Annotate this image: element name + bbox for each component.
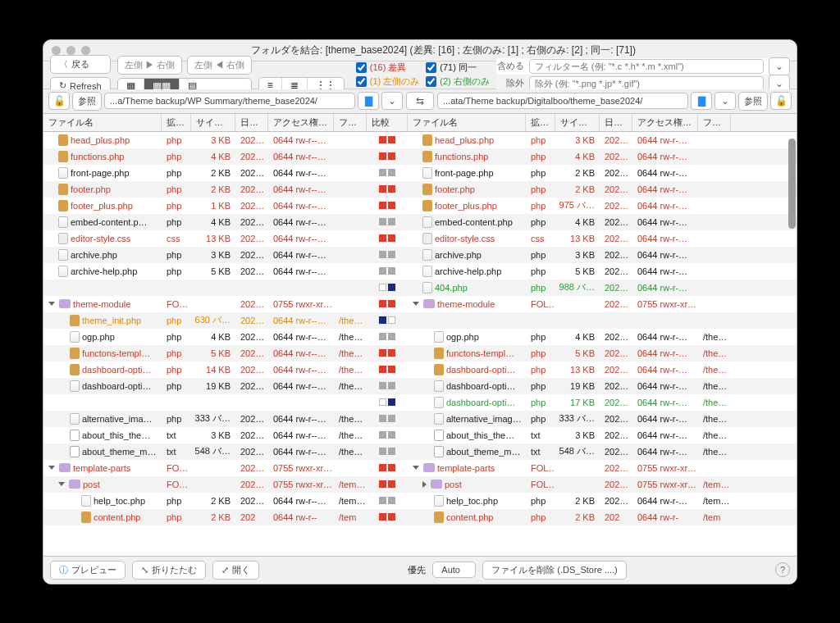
collapse-button[interactable]: ⤡折りたたむ	[132, 561, 206, 580]
path-right-dropdown[interactable]: ⌄	[714, 92, 736, 110]
file-name[interactable]: head_plus.php	[408, 134, 526, 146]
file-name[interactable]: head_plus.php	[43, 134, 162, 146]
file-name[interactable]: theme_init.php	[43, 315, 162, 326]
filter-include-input[interactable]	[529, 59, 764, 74]
file-name[interactable]: 404.php	[408, 282, 526, 293]
lock-left-icon[interactable]: 🔓	[48, 92, 70, 110]
help-button[interactable]: ?	[775, 562, 790, 577]
header-folder-right[interactable]: フォ…	[698, 114, 731, 131]
table-row[interactable]: postFO…202…0755 rwxr-xr…/tem…postFOL…202…	[43, 476, 797, 493]
table-row[interactable]: 404.phpphp988 バ…202…0644 rw-r-…	[43, 280, 797, 296]
header-perm-left[interactable]: アクセス権(左側)	[268, 114, 334, 131]
file-name[interactable]: content.php	[43, 512, 162, 523]
file-name[interactable]: functons-templ…	[408, 348, 526, 359]
file-name[interactable]: archive-help.php	[43, 266, 162, 277]
preview-button[interactable]: ⓘプレビュー	[50, 561, 126, 580]
file-name[interactable]: dashboard-opti…	[43, 380, 162, 392]
table-row[interactable]: dashboard-opti…php14 KB202…0644 rw-r--…/…	[43, 362, 797, 378]
check-right-only[interactable]: (2) 右側のみ	[426, 75, 490, 88]
header-date-left[interactable]: 日付(…	[235, 114, 268, 131]
table-row[interactable]: about_theme_m…txt548 バ…202…0644 rw-r--…/…	[43, 443, 797, 460]
copy-rl-button[interactable]: 左側 ◀ 右側	[187, 56, 252, 75]
table-row[interactable]: footer_plus.phpphp1 KB202…0644 rw-r--…fo…	[43, 198, 797, 214]
file-name[interactable]: archive.php	[43, 249, 162, 261]
window-zoom[interactable]	[81, 46, 90, 55]
priority-select[interactable]: Auto	[432, 562, 476, 578]
table-row[interactable]: help_toc.phpphp2 KB202…0644 rw-r--…/tem……	[43, 493, 797, 509]
file-name[interactable]: post	[43, 480, 162, 489]
file-name[interactable]: functions.php	[408, 151, 526, 162]
check-diff[interactable]: (16) 差異	[356, 61, 420, 74]
folder-left-icon[interactable]: ▇	[358, 92, 379, 110]
file-name[interactable]: ogp.php	[408, 331, 526, 343]
table-row[interactable]: head_plus.phpphp3 KB202…0644 rw-r--…head…	[43, 132, 797, 148]
file-name[interactable]: about_theme_m…	[408, 446, 526, 457]
table-row[interactable]: ogp.phpphp4 KB202…0644 rw-r--…/the…ogp.p…	[43, 329, 797, 345]
file-name[interactable]: theme-module	[408, 299, 526, 309]
header-folder-left[interactable]: フォ…	[334, 114, 367, 131]
file-name[interactable]: content.php	[408, 512, 526, 523]
header-compare[interactable]: 比較	[367, 114, 408, 131]
file-name[interactable]: dashboard-opti…	[43, 364, 162, 375]
file-name[interactable]: embed-content.php	[408, 216, 526, 228]
file-name[interactable]: template-parts	[408, 463, 526, 473]
path-left-input[interactable]	[104, 93, 355, 109]
file-name[interactable]: theme-module	[43, 299, 162, 309]
table-row[interactable]: dashboard-opti…php17 KB202…0644 rw-r-…/t…	[43, 394, 797, 411]
file-name[interactable]: alternative_ima…	[43, 413, 162, 425]
file-name[interactable]: embed-content.p…	[43, 216, 162, 228]
file-name[interactable]: alternative_imag…	[408, 413, 526, 425]
file-name[interactable]: functions.php	[43, 151, 162, 162]
file-name[interactable]: dashboard-opti…	[408, 364, 526, 375]
header-date-right[interactable]: 日付(…	[600, 114, 632, 131]
table-row[interactable]: embed-content.p…php4 KB202…0644 rw-r--…e…	[43, 214, 797, 230]
include-dropdown[interactable]: ⌄	[769, 57, 790, 75]
window-close[interactable]	[52, 46, 61, 55]
header-perm-right[interactable]: アクセス権(右側)	[632, 114, 698, 131]
table-row[interactable]: editor-style.csscss13 KB202…0644 rw-r--……	[43, 230, 797, 247]
table-row[interactable]: template-partsFO…202…0755 rwxr-xr…templa…	[43, 460, 797, 476]
file-name[interactable]: archive.php	[408, 249, 526, 261]
file-name[interactable]: front-page.php	[43, 167, 162, 179]
table-row[interactable]: about_this_the…txt3 KB202…0644 rw-r--…/t…	[43, 427, 797, 443]
file-name[interactable]: ogp.php	[43, 331, 162, 343]
back-button[interactable]: 〈戻る	[50, 55, 111, 74]
table-row[interactable]: content.phpphp2 KB2020644 rw-r--/temcont…	[43, 509, 797, 525]
header-filename-left[interactable]: ファイル名	[43, 114, 162, 131]
table-row[interactable]: functons-templ…php5 KB202…0644 rw-r--…/t…	[43, 345, 797, 362]
table-row[interactable]: footer.phpphp2 KB202…0644 rw-r--…footer.…	[43, 181, 797, 198]
check-same[interactable]: (71) 同一	[426, 61, 490, 74]
check-left-only[interactable]: (1) 左側のみ	[356, 75, 420, 88]
file-name[interactable]: archive-help.php	[408, 266, 526, 277]
header-filename-right[interactable]: ファイル名	[408, 114, 526, 131]
header-size-left[interactable]: サイズ(左側)	[191, 114, 235, 131]
browse-right-button[interactable]: 参照	[738, 92, 768, 111]
file-name[interactable]: help_toc.php	[408, 495, 526, 507]
table-row[interactable]: archive.phpphp3 KB202…0644 rw-r--…archiv…	[43, 247, 797, 263]
file-name[interactable]: footer_plus.php	[43, 200, 162, 211]
table-row[interactable]: front-page.phpphp2 KB202…0644 rw-r--…fro…	[43, 165, 797, 181]
table-row[interactable]: theme-moduleFO…202…0755 rwxr-xr…theme-mo…	[43, 296, 797, 312]
file-name[interactable]: footer.php	[408, 184, 526, 195]
path-right-input[interactable]	[437, 93, 688, 109]
header-size-right[interactable]: サイズ(右側)	[555, 114, 600, 131]
file-name[interactable]: functons-templ…	[43, 348, 162, 359]
browse-left-button[interactable]: 参照	[72, 92, 102, 111]
table-row[interactable]: functions.phpphp4 KB202…0644 rw-r--…func…	[43, 148, 797, 165]
copy-lr-button[interactable]: 左側 ▶ 右側	[117, 56, 182, 75]
open-button[interactable]: ⤢開く	[212, 561, 259, 580]
table-row[interactable]: alternative_ima…php333 バ…202…0644 rw-r--…	[43, 411, 797, 427]
swap-paths-button[interactable]: ⇆	[406, 92, 434, 110]
file-name[interactable]: editor-style.css	[43, 233, 162, 244]
file-name[interactable]: template-parts	[43, 463, 162, 473]
table-row[interactable]: dashboard-opti…php19 KB202…0644 rw-r--…/…	[43, 378, 797, 394]
header-ext-right[interactable]: 拡張子	[526, 114, 555, 131]
file-name[interactable]: about_theme_m…	[43, 446, 162, 457]
file-name[interactable]: dashboard-opti…	[408, 380, 526, 392]
header-ext-left[interactable]: 拡張子	[162, 114, 191, 131]
folder-right-icon[interactable]: ▇	[691, 92, 712, 110]
file-name[interactable]: about_this_the…	[43, 430, 162, 441]
file-name[interactable]: dashboard-opti…	[408, 397, 526, 408]
file-list[interactable]: head_plus.phpphp3 KB202…0644 rw-r--…head…	[43, 132, 797, 556]
file-name[interactable]: editor-style.css	[408, 233, 526, 244]
